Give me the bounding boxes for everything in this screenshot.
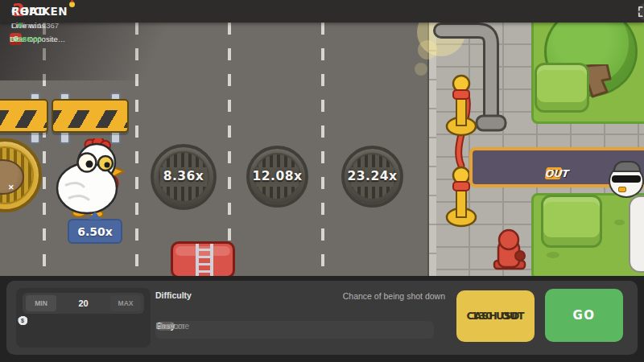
quick-bet-row: 0.5$ 1$ 2$ 7$ [23,320,144,339]
cash-out-button[interactable]: CASH OUT 130 USD [456,290,535,342]
current-multiplier-badge: 6.50x [68,219,122,244]
difficulty-tabs: Easy Medium Hard Hardcore [155,321,434,339]
manhole-multiplier: 23.24x [341,146,403,208]
control-panel: MIN 20 MAX 0.5$ 1$ 2$ 7$ Difficulty C [6,281,638,355]
bet-min-button[interactable]: MIN [26,295,56,311]
bet-box: MIN 20 MAX 0.5$ 1$ 2$ 7$ [16,288,151,348]
player-chicken [55,138,126,217]
truck-ladder [196,244,213,276]
manhole-multiplier: 8.36x [151,144,217,210]
bet-amount-row: MIN 20 MAX [23,293,144,314]
golden-manhole-dead-chicken: ✕ [0,138,42,212]
chicken-road-game-window: iNOUT iNOUT ✕ 8.36x [0,0,644,362]
manhole-multiplier: 12.08x [246,146,308,208]
game-scene: iNOUT iNOUT ✕ 8.36x [0,23,644,276]
bet-amount-value[interactable]: 20 [56,293,110,314]
win-amount: +$288.00 [10,35,42,43]
dollar-coin-icon: $ [19,316,27,325]
lane-divider [228,23,231,276]
tab-hardcore[interactable]: Hardcore [156,322,189,331]
shot-down-hint: Chance of being shot down [248,291,445,301]
go-button[interactable]: GO [545,289,623,342]
top-bar: CHICKEN2ROAD i How to play? 999 940.01 $ [0,0,644,23]
sunglasses-chicken-mascot [609,161,644,198]
lane-divider [321,23,324,276]
fire-truck [171,241,235,276]
menu-icon[interactable] [638,6,644,16]
multiplier-label: 12.08x [242,169,313,183]
multiplier-label: 23.24x [336,169,408,183]
live-wins-shade [0,23,201,80]
difficulty-label: Difficulty [155,290,192,300]
logo-chick-icon [69,2,75,7]
bet-max-button[interactable]: MAX [110,295,141,311]
online-count: Online: 12367 [11,23,59,30]
multiplier-label: 8.36x [146,169,221,183]
